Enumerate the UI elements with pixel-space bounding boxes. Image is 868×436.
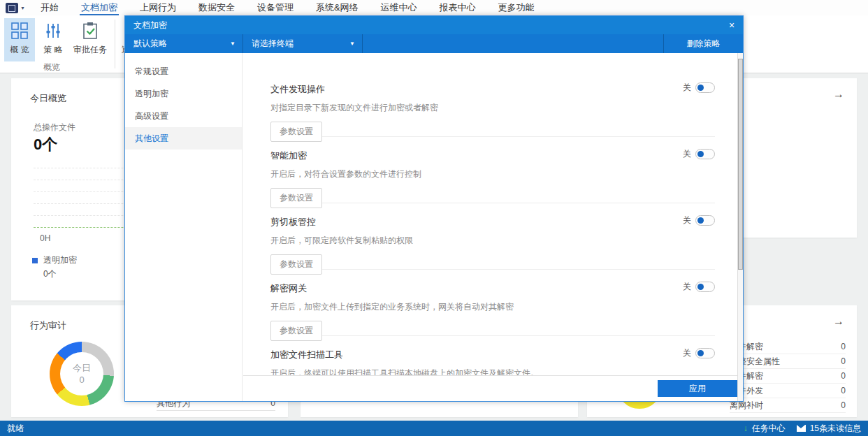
modal-sidebar-item[interactable]: 其他设置 (125, 127, 242, 150)
toggle-state-label: 关 (683, 281, 691, 293)
toggle-state-label: 关 (683, 82, 691, 94)
menubar-tab[interactable]: 系统&网络 (305, 0, 370, 15)
menubar-tab[interactable]: 数据安全 (187, 0, 246, 15)
setting-description: 开启后，可限定跨软件复制粘贴的权限 (270, 235, 715, 247)
stat-value: 0个 (34, 134, 57, 155)
setting-title: 智能加密 (270, 150, 715, 162)
app-menu-button[interactable]: ▼ (6, 3, 25, 13)
modal-sidebar-item[interactable]: 透明加密 (125, 82, 242, 105)
apply-button[interactable]: 应用 (658, 380, 737, 397)
caret-down-icon: ▼ (230, 41, 236, 47)
toggle-knob (697, 284, 704, 290)
stat-row: 调整安全属性0 (730, 354, 846, 369)
task-center-link[interactable]: 任务中心 (752, 423, 786, 435)
stat-row: 文件外发0 (730, 384, 846, 398)
stat-row-value: 0 (841, 386, 846, 395)
grid-icon (10, 22, 29, 40)
ribbon-button[interactable]: 审批任务 (71, 18, 109, 61)
stat-row-value: 0 (841, 371, 846, 381)
menubar-tab[interactable]: 更多功能 (487, 0, 546, 15)
close-icon[interactable]: × (721, 20, 743, 31)
menubar: ▼ 开始文档加密上网行为数据安全设备管理系统&网络运维中心报表中心更多功能 (0, 0, 868, 15)
menubar-tab[interactable]: 报表中心 (428, 0, 487, 15)
toggle-switch[interactable] (695, 149, 715, 159)
chart-legend: 透明加密 (32, 254, 77, 266)
setting-toggle[interactable]: 关 (683, 148, 715, 160)
toggle-switch[interactable] (695, 82, 715, 93)
setting-row: 智能加密开启后，对符合设置参数的文件进行控制参数设置关 (270, 137, 715, 203)
modal-sidebar-item[interactable]: 常规设置 (125, 60, 242, 82)
stat-row: 文件解密0 (730, 340, 846, 354)
donut-center-label: 今日 0 (50, 342, 114, 406)
setting-title: 文件发现操作 (270, 83, 715, 96)
legend-value: 0个 (43, 268, 57, 280)
setting-toggle[interactable]: 关 (683, 82, 715, 94)
toggle-state-label: 关 (683, 215, 691, 226)
toggle-switch[interactable] (695, 348, 715, 358)
arrow-right-icon[interactable]: → (833, 315, 844, 328)
setting-toggle[interactable]: 关 (683, 347, 715, 359)
document-encryption-dialog: 文档加密 × 默认策略 ▼ 请选择终端 ▼ 删除策略 常规设置透明加密高级设置其… (124, 15, 744, 402)
card-title: 今日概览 (30, 92, 66, 105)
stat-rows: 文件解密0调整安全属性0邮件解密0文件外发0离网补时0 (730, 340, 846, 413)
x-axis-tick: 0H (40, 233, 50, 243)
stat-row: 邮件解密0 (730, 369, 846, 384)
unread-messages-link[interactable]: 15条未读信息 (810, 423, 861, 435)
status-ready-label: 就绪 (7, 423, 24, 435)
caret-down-icon: ▼ (20, 6, 25, 10)
settings-content: 文件发现操作对指定目录下新发现的文件进行加密或者解密参数设置关智能加密开启后，对… (243, 53, 737, 401)
setting-toggle[interactable]: 关 (683, 215, 715, 226)
scrollbar-track[interactable] (737, 53, 743, 401)
toggle-knob (697, 85, 704, 91)
statusbar-right: ↓ 任务中心 15条未读信息 (744, 423, 861, 435)
toggle-switch[interactable] (695, 215, 715, 226)
dialog-toolbar: 默认策略 ▼ 请选择终端 ▼ 删除策略 (125, 34, 743, 53)
setting-description: 开启后，对符合设置参数的文件进行控制 (270, 168, 715, 180)
statusbar: 就绪 ↓ 任务中心 15条未读信息 (0, 421, 868, 436)
ribbon-button[interactable]: 策 略 (38, 18, 68, 61)
stat-row-value: 0 (841, 400, 846, 410)
dialog-title: 文档加密 (133, 20, 167, 31)
delete-policy-button[interactable]: 删除策略 (664, 34, 743, 53)
ribbon-button-label: 策 略 (43, 44, 62, 56)
sliders-icon (44, 22, 62, 40)
dialog-footer: 应用 (243, 375, 737, 401)
setting-row: 解密网关开启后，加密文件上传到指定的业务系统时，网关将自动对其解密参数设置关 (270, 270, 715, 336)
dialog-titlebar: 文档加密 × (125, 16, 743, 34)
menubar-tab[interactable]: 上网行为 (129, 0, 187, 15)
terminal-dropdown[interactable]: 请选择终端 ▼ (243, 34, 362, 53)
stat-row-value: 0 (841, 356, 846, 366)
menubar-tab[interactable]: 运维中心 (370, 0, 428, 15)
policy-dropdown[interactable]: 默认策略 ▼ (125, 34, 243, 53)
settings-sidebar: 常规设置透明加密高级设置其他设置 (125, 53, 243, 401)
arrow-right-icon[interactable]: → (833, 88, 844, 101)
menubar-tab[interactable]: 开始 (29, 0, 70, 15)
setting-title: 解密网关 (270, 282, 715, 295)
setting-description: 对指定目录下新发现的文件进行加密或者解密 (270, 102, 715, 114)
setting-title: 加密文件扫描工具 (270, 349, 715, 361)
toggle-state-label: 关 (683, 347, 691, 359)
setting-description: 开启后，加密文件上传到指定的业务系统时，网关将自动对其解密 (270, 301, 715, 313)
ribbon-button[interactable]: 概 览 (4, 18, 35, 61)
stat-label: 总操作文件 (34, 122, 75, 133)
stat-row: 离网补时0 (730, 398, 846, 413)
mail-icon (797, 425, 806, 432)
scrollbar-thumb[interactable] (738, 59, 743, 270)
setting-toggle[interactable]: 关 (683, 281, 715, 293)
setting-row: 剪切板管控开启后，可限定跨软件复制粘贴的权限参数设置关 (270, 203, 715, 270)
download-arrow-icon: ↓ (744, 423, 748, 433)
app-logo-icon (6, 3, 18, 13)
toggle-state-label: 关 (683, 148, 691, 160)
menubar-tab[interactable]: 文档加密 (70, 0, 129, 15)
stat-row-value: 0 (841, 342, 846, 351)
application-window: ▼ 开始文档加密上网行为数据安全设备管理系统&网络运维中心报表中心更多功能 概 … (0, 0, 868, 436)
menubar-tab[interactable]: 设备管理 (246, 0, 305, 15)
caret-down-icon: ▼ (349, 41, 355, 47)
dialog-body: 常规设置透明加密高级设置其他设置 文件发现操作对指定目录下新发现的文件进行加密或… (125, 53, 743, 401)
policy-dropdown-value: 默认策略 (133, 38, 167, 50)
modal-sidebar-item[interactable]: 高级设置 (125, 105, 242, 127)
legend-swatch (32, 258, 38, 263)
ribbon-group-label: 概览 (0, 61, 103, 73)
toggle-switch[interactable] (695, 282, 715, 292)
ribbon-button-label: 概 览 (10, 44, 29, 56)
